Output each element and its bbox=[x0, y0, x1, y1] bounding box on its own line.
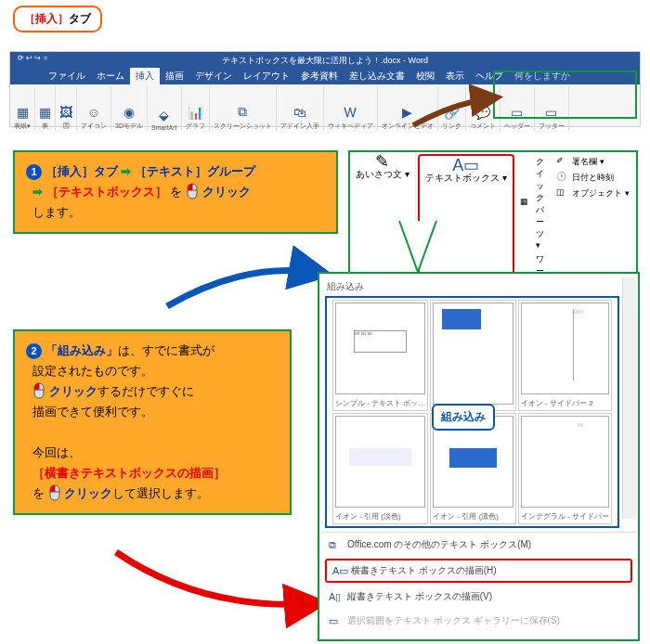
draw-vertical-textbox[interactable]: A▯縦書きテキスト ボックスの描画(V) bbox=[321, 585, 636, 609]
mouse-icon bbox=[32, 382, 46, 399]
draw-horizontal-textbox[interactable]: A▭横書きテキスト ボックスの描画(H) bbox=[325, 559, 632, 583]
mouse-icon bbox=[186, 183, 199, 200]
gallery-thumb[interactable]: ||||||インテグラル - サイドバー bbox=[518, 413, 612, 524]
office-icon: ⧉ bbox=[329, 539, 342, 551]
gallery-thumb[interactable]: | | | | |イオン - サイドバー 2 bbox=[518, 300, 612, 411]
tab-design[interactable]: デザイン bbox=[189, 68, 238, 84]
object-button[interactable]: ◫オブジェクト ▾ bbox=[552, 184, 636, 200]
callout-step-1: 1 ［挿入］タブ ➡ ［テキスト］グループ ➡ ［テキストボックス］ を クリッ… bbox=[13, 150, 338, 234]
grp-wiki[interactable]: Wウィキペディア bbox=[324, 86, 378, 131]
grp-chart[interactable]: 📊グラフ bbox=[182, 86, 210, 131]
grp-screenshot[interactable]: ⧉スクリーンショット bbox=[210, 86, 277, 131]
tab-insert[interactable]: 挿入 bbox=[130, 68, 160, 84]
textbox-gallery: 組み込み txt txt txtシンプル - テキスト ボッ… | | | | … bbox=[318, 272, 640, 641]
tab-home[interactable]: ホーム bbox=[91, 68, 130, 84]
gallery-scrollbar[interactable] bbox=[622, 277, 636, 519]
tab-references[interactable]: 参考資料 bbox=[295, 68, 344, 84]
gallery-thumb[interactable] bbox=[430, 300, 516, 411]
step-2-badge: 2 bbox=[26, 343, 42, 359]
step-1-badge: 1 bbox=[26, 164, 42, 180]
textbox-icon: A▭ bbox=[425, 160, 507, 171]
tab-view[interactable]: 表示 bbox=[440, 68, 470, 84]
text-group-outline-small bbox=[493, 71, 637, 119]
grp-3d[interactable]: ◉3Dモデル bbox=[111, 86, 148, 131]
callout-step-2: 2 「組み込み」は、すでに書式が 設定されたものです。 クリックするだけですぐに… bbox=[13, 329, 292, 515]
builtin-label-float: 組み込み bbox=[432, 404, 495, 431]
gallery-header: 組み込み bbox=[321, 277, 636, 296]
tab-file[interactable]: ファイル bbox=[43, 68, 91, 84]
tab-review[interactable]: 校閲 bbox=[410, 68, 440, 84]
grp-addins[interactable]: 🛍アドイン入手 bbox=[277, 86, 324, 131]
connector-triangle bbox=[399, 221, 436, 277]
arrow-to-gallery bbox=[162, 255, 330, 311]
grp-smartart[interactable]: ⬙SmartArt bbox=[148, 86, 182, 131]
textbox-h-icon: A▭ bbox=[332, 565, 345, 577]
quick-access[interactable]: ⟳ ↩ ↪ = bbox=[18, 54, 47, 62]
arrow-to-draw-option bbox=[111, 547, 325, 612]
grp-pages[interactable]: ▦表紙▾ bbox=[10, 86, 35, 131]
quickparts-button[interactable]: ▦クイック パーツ ▾ bbox=[516, 152, 552, 250]
gallery-thumb[interactable]: イオン - 引用 (淡色) bbox=[332, 413, 428, 524]
textbox-v-icon: A▯ bbox=[329, 591, 342, 603]
datetime-button[interactable]: 🕒日付と時刻 bbox=[552, 168, 636, 184]
tab-draw[interactable]: 描画 bbox=[160, 68, 189, 84]
tab-layout[interactable]: レイアウト bbox=[238, 68, 295, 84]
aisatsu-icon: ✎ bbox=[356, 156, 410, 167]
grp-tables[interactable]: ▦表 bbox=[35, 86, 56, 131]
caption-insert-tab: ［挿入］タブ bbox=[13, 6, 102, 32]
gallery-thumb[interactable]: txt txt txtシンプル - テキスト ボッ… bbox=[332, 300, 428, 411]
arrow-to-textgroup bbox=[409, 93, 501, 130]
signature-button[interactable]: ✐署名欄 ▾ bbox=[552, 152, 636, 168]
save-to-gallery: ▭選択範囲をテキスト ボックス ギャラリーに保存(S) bbox=[321, 609, 636, 633]
gallery-options: ⧉Office.com のその他のテキスト ボックス(M) A▭横書きテキスト … bbox=[321, 532, 636, 633]
save-icon: ▭ bbox=[329, 615, 342, 627]
tab-mailings[interactable]: 差し込み文書 bbox=[344, 68, 410, 84]
grp-pic[interactable]: 🖼図 bbox=[56, 86, 77, 131]
grp-icons[interactable]: ☺アイコン bbox=[77, 86, 111, 131]
mouse-icon bbox=[48, 484, 61, 501]
more-from-office[interactable]: ⧉Office.com のその他のテキスト ボックス(M) bbox=[321, 533, 636, 557]
